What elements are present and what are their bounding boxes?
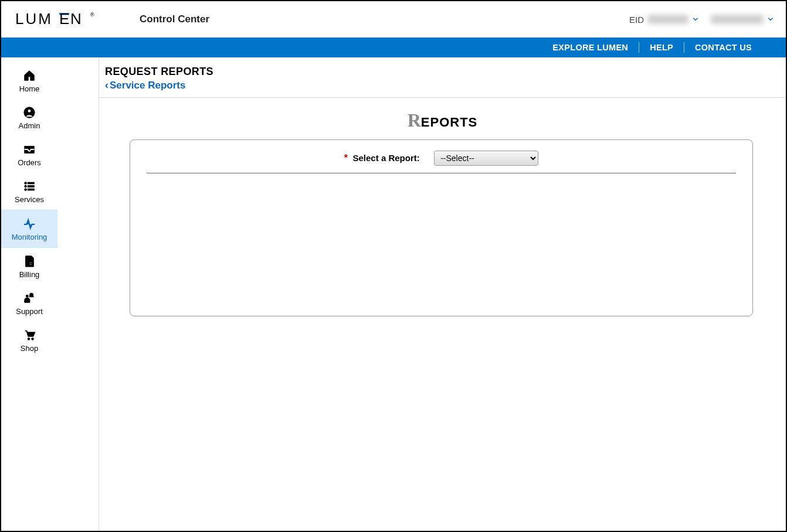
user-circle-icon <box>22 106 36 119</box>
inbox-icon <box>22 143 36 156</box>
nav-help[interactable]: HELP <box>639 42 684 53</box>
divider <box>99 97 786 98</box>
sidebar-item-shop[interactable]: Shop <box>1 322 57 359</box>
svg-rect-14 <box>29 262 32 263</box>
sidebar-item-home[interactable]: Home <box>1 62 57 99</box>
lumen-logo-svg: LUM E N ® <box>15 11 97 28</box>
svg-point-6 <box>28 109 31 112</box>
sidebar-item-label: Monitoring <box>12 233 48 241</box>
activity-icon <box>22 217 36 230</box>
chevron-down-icon <box>692 16 699 23</box>
app-title: Control Center <box>140 13 209 25</box>
sidebar-item-monitoring[interactable]: Monitoring <box>1 210 57 248</box>
sidebar-item-services[interactable]: Services <box>1 173 57 210</box>
svg-rect-15 <box>29 264 32 265</box>
sidebar-item-label: Services <box>15 195 44 204</box>
select-report-dropdown[interactable]: --Select-- <box>434 151 538 166</box>
back-link-service-reports[interactable]: ‹ Service Reports <box>105 79 185 91</box>
required-indicator: * <box>344 153 348 163</box>
nav-contact-us[interactable]: CONTACT US <box>684 42 762 53</box>
home-icon <box>22 69 36 82</box>
utility-nav: EXPLORE LUMEN HELP CONTACT US <box>1 37 786 57</box>
cart-icon <box>22 329 36 342</box>
username-redacted <box>711 15 764 24</box>
invoice-icon: $ <box>22 255 36 268</box>
svg-point-18 <box>28 338 30 340</box>
svg-rect-8 <box>28 182 34 184</box>
list-icon <box>22 180 36 193</box>
svg-text:LUM: LUM <box>15 11 53 28</box>
sidebar-item-label: Home <box>19 84 40 93</box>
svg-rect-10 <box>28 186 34 187</box>
svg-point-11 <box>25 189 27 191</box>
svg-point-9 <box>25 185 27 187</box>
nav-explore-lumen[interactable]: EXPLORE LUMEN <box>542 42 639 53</box>
svg-text:®: ® <box>90 12 94 18</box>
lumen-logo[interactable]: LUM E N ® <box>15 11 97 28</box>
section-title: REPORTS <box>99 110 786 131</box>
sidebar: Home Admin Orders Services <box>1 57 57 531</box>
sidebar-item-label: Billing <box>19 270 40 279</box>
user-dropdown[interactable] <box>711 15 774 24</box>
eid-label: EID <box>629 15 644 25</box>
divider <box>147 173 736 173</box>
svg-point-17 <box>26 295 28 297</box>
page-title: REQUEST REPORTS <box>105 66 786 78</box>
svg-text:N: N <box>70 11 83 28</box>
chevron-down-icon <box>767 16 774 23</box>
sidebar-item-support[interactable]: Support <box>1 285 57 322</box>
support-icon <box>22 292 36 305</box>
top-header: LUM E N ® Control Center EID <box>1 1 786 37</box>
main-content: REQUEST REPORTS ‹ Service Reports REPORT… <box>57 57 786 531</box>
sidebar-item-label: Shop <box>21 344 38 353</box>
report-panel: * Select a Report: --Select-- <box>130 139 753 316</box>
svg-point-19 <box>32 338 34 340</box>
sidebar-item-label: Admin <box>19 121 40 130</box>
sidebar-item-admin[interactable]: Admin <box>1 99 57 136</box>
select-report-label: Select a Report: <box>353 153 420 163</box>
svg-point-7 <box>25 182 27 185</box>
back-link-label: Service Reports <box>110 80 185 91</box>
sidebar-item-orders[interactable]: Orders <box>1 136 57 173</box>
svg-text:E: E <box>59 11 71 28</box>
eid-dropdown[interactable]: EID <box>629 15 699 25</box>
eid-value-redacted <box>647 15 688 24</box>
sidebar-item-billing[interactable]: $ Billing <box>1 248 57 285</box>
sidebar-item-label: Support <box>16 307 43 316</box>
svg-rect-12 <box>28 189 34 190</box>
sidebar-item-label: Orders <box>18 158 41 167</box>
chevron-left-icon: ‹ <box>105 79 108 91</box>
